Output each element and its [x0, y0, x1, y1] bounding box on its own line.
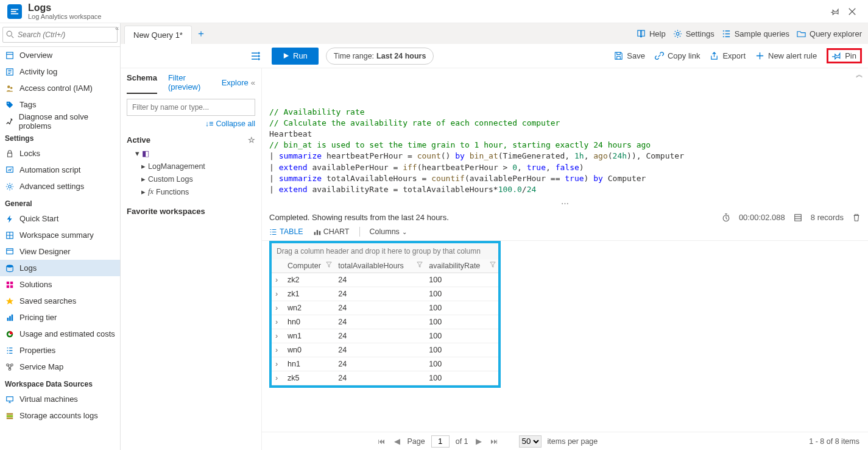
table-row[interactable]: ›zk524100: [272, 371, 498, 385]
sidebar-item-access-control-iam-[interactable]: Access control (IAM): [0, 80, 120, 96]
table-row[interactable]: ›wn224100: [272, 301, 498, 315]
filter-icon[interactable]: [417, 262, 423, 268]
collapse-all-button[interactable]: ↓≡Collapse all: [127, 120, 255, 128]
expand-row-icon[interactable]: ›: [272, 329, 284, 343]
sidebar-search-input[interactable]: [2, 27, 118, 43]
sidebar-item-storage-accounts-logs[interactable]: Storage accounts logs: [0, 407, 120, 424]
sidebar-item-logs[interactable]: Logs: [0, 260, 120, 276]
chart-icon: [313, 228, 321, 236]
save-icon: [614, 51, 623, 60]
resize-handle[interactable]: ⋯: [262, 198, 868, 209]
servicemap-icon: [5, 362, 15, 372]
group-drop-zone[interactable]: Drag a column header and drop it here to…: [272, 243, 498, 259]
schema-tab-filter[interactable]: Filter (preview): [168, 73, 211, 94]
schema-node[interactable]: ▸ LogManagement: [127, 160, 255, 173]
chart-view-tab[interactable]: CHART: [313, 227, 350, 236]
columns-button[interactable]: Columns⌄: [370, 227, 407, 236]
expand-row-icon[interactable]: ›: [272, 371, 284, 385]
expand-row-icon[interactable]: ›: [272, 287, 284, 301]
pin-header-icon[interactable]: [827, 3, 844, 20]
copy-link-button[interactable]: Copy link: [655, 51, 700, 60]
schema-active-header[interactable]: Active ☆: [127, 133, 255, 147]
schema-panel: Schema Filter (preview) Explore« ↓≡Colla…: [121, 68, 262, 450]
column-header[interactable]: Computer: [284, 259, 334, 273]
sidebar-item-service-map[interactable]: Service Map: [0, 359, 120, 375]
table-row[interactable]: ›hn024100: [272, 315, 498, 329]
filter-toggle-icon[interactable]: [251, 51, 266, 61]
prev-page-button[interactable]: ◀: [393, 437, 401, 446]
export-button[interactable]: Export: [710, 51, 746, 60]
column-header[interactable]: totalAvailableHours: [334, 259, 425, 273]
ipp-label: items per page: [548, 437, 598, 446]
column-header[interactable]: availabilityRate: [425, 259, 498, 273]
svg-rect-28: [7, 413, 13, 415]
sidebar-item-pricing-tier[interactable]: Pricing tier: [0, 309, 120, 326]
expand-up-icon[interactable]: ︽: [856, 70, 863, 80]
expand-row-icon[interactable]: ›: [272, 343, 284, 357]
settings-button[interactable]: Settings: [673, 29, 715, 38]
new-alert-rule-button[interactable]: New alert rule: [755, 51, 817, 60]
schema-tab-explore[interactable]: Explore«: [222, 73, 255, 94]
svg-rect-16: [10, 281, 13, 284]
sidebar-item-advanced-settings[interactable]: Advanced settings: [0, 178, 120, 195]
help-button[interactable]: Help: [637, 29, 666, 38]
expand-row-icon[interactable]: ›: [272, 273, 284, 287]
sidebar-item-tags[interactable]: Tags: [0, 96, 120, 113]
next-page-button[interactable]: ▶: [475, 437, 483, 446]
svg-point-34: [258, 59, 259, 60]
sidebar-item-automation-script[interactable]: Automation script: [0, 162, 120, 178]
schema-workspace-node[interactable]: ▾◧: [127, 147, 255, 160]
expand-row-icon[interactable]: ›: [272, 301, 284, 315]
tab-new-query[interactable]: New Query 1*: [124, 26, 192, 44]
svg-rect-0: [11, 9, 18, 10]
svg-point-7: [10, 87, 13, 89]
expand-row-icon[interactable]: ›: [272, 357, 284, 371]
save-button[interactable]: Save: [614, 51, 645, 60]
tab-add-button[interactable]: ＋: [192, 23, 210, 44]
table-row[interactable]: ›wn124100: [272, 329, 498, 343]
sidebar-item-locks[interactable]: Locks: [0, 145, 120, 162]
sidebar-item-properties[interactable]: Properties: [0, 342, 120, 359]
schema-filter-input[interactable]: [127, 99, 255, 116]
table-row[interactable]: ›hn124100: [272, 357, 498, 371]
svg-rect-18: [10, 285, 13, 287]
sidebar-item-solutions[interactable]: Solutions: [0, 276, 120, 293]
filter-icon[interactable]: [326, 262, 332, 268]
filter-icon[interactable]: [490, 262, 496, 268]
run-button[interactable]: Run: [272, 48, 319, 65]
query-explorer-button[interactable]: Query explorer: [797, 29, 862, 38]
first-page-button[interactable]: ⏮: [376, 437, 387, 446]
last-page-button[interactable]: ⏭: [489, 437, 499, 446]
folder-icon: [797, 29, 806, 38]
delete-icon[interactable]: [852, 213, 861, 222]
expand-row-icon[interactable]: ›: [272, 315, 284, 329]
sample-queries-button[interactable]: Sample queries: [722, 29, 789, 38]
table-row[interactable]: ›zk124100: [272, 287, 498, 301]
query-editor[interactable]: ︽ // Availability rate// Calculate the a…: [262, 68, 868, 198]
star-icon[interactable]: ☆: [248, 135, 255, 145]
svg-point-14: [7, 265, 13, 267]
schema-tab-schema[interactable]: Schema: [127, 73, 157, 94]
page-input[interactable]: [431, 435, 450, 448]
sidebar-item-workspace-summary[interactable]: Workspace summary: [0, 227, 120, 243]
sidebar-item-activity-log[interactable]: Activity log: [0, 63, 120, 80]
sidebar-item-diagnose-and-solve-problems[interactable]: Diagnose and solve problems: [0, 113, 120, 129]
sidebar-item-virtual-machines[interactable]: Virtual machines: [0, 391, 120, 407]
sidebar-item-overview[interactable]: Overview: [0, 47, 120, 63]
schema-node[interactable]: ▸ Custom Logs: [127, 173, 255, 185]
close-icon[interactable]: [844, 3, 861, 20]
svg-point-3: [7, 31, 12, 36]
sidebar-item-label: Logs: [19, 263, 37, 273]
pin-button[interactable]: Pin: [827, 48, 862, 63]
page-size-select[interactable]: 50: [519, 435, 542, 448]
table-row[interactable]: ›wn024100: [272, 343, 498, 357]
schema-node[interactable]: ▸ fx Functions: [127, 185, 255, 198]
sidebar-collapse-icon[interactable]: «: [115, 24, 119, 32]
table-row[interactable]: ›zk224100: [272, 273, 498, 287]
table-view-tab[interactable]: TABLE: [269, 227, 303, 236]
sidebar-item-quick-start[interactable]: Quick Start: [0, 210, 120, 227]
time-range-picker[interactable]: Time range: Last 24 hours: [326, 48, 434, 65]
sidebar-item-usage-and-estimated-costs[interactable]: Usage and estimated costs: [0, 326, 120, 342]
sidebar-item-saved-searches[interactable]: Saved searches: [0, 293, 120, 309]
sidebar-item-view-designer[interactable]: View Designer: [0, 243, 120, 260]
